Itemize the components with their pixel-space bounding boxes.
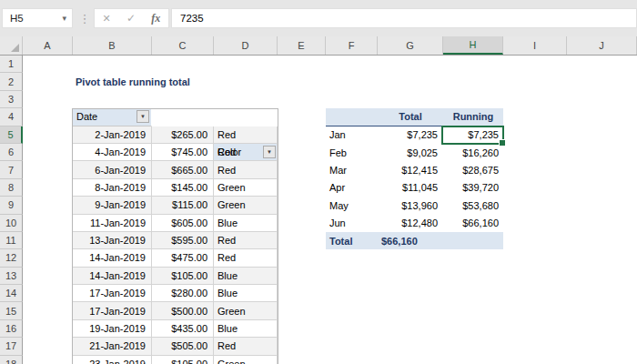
- table-cell-sales[interactable]: $280.00: [152, 285, 214, 302]
- table-cell-date[interactable]: 21-Jan-2019: [73, 338, 152, 355]
- table-cell-sales[interactable]: $115.00: [152, 197, 214, 214]
- table-cell-date[interactable]: 19-Jan-2019: [73, 320, 152, 338]
- row-header-17[interactable]: 17: [0, 338, 23, 355]
- pivot-running-value[interactable]: $16,260: [443, 144, 503, 161]
- enter-icon[interactable]: ✓: [126, 12, 136, 25]
- table-cell-sales[interactable]: $145.00: [152, 179, 214, 197]
- table-cell-color[interactable]: Red: [214, 161, 278, 178]
- pivot-total-value[interactable]: $7,235: [378, 126, 443, 144]
- row-header-6[interactable]: 6: [0, 144, 23, 161]
- pivot-grand-total-blank[interactable]: [443, 232, 503, 249]
- table-cell-color[interactable]: Red: [214, 232, 278, 249]
- row-header-1[interactable]: 1: [0, 56, 23, 73]
- table-cell-date[interactable]: 11-Jan-2019: [73, 215, 152, 232]
- pivot-running-value[interactable]: $39,720: [443, 179, 503, 197]
- table-cell-sales[interactable]: $505.00: [152, 338, 214, 355]
- table-cell-sales[interactable]: $265.00: [152, 126, 214, 144]
- table-cell-date[interactable]: 14-Jan-2019: [73, 268, 152, 285]
- pivot-running-value-selected-cell[interactable]: $7,235: [443, 126, 503, 144]
- insert-function-icon[interactable]: fx: [151, 12, 160, 25]
- table-cell-color[interactable]: Blue: [214, 215, 278, 232]
- table-cell-sales[interactable]: $745.00: [152, 144, 214, 161]
- pivot-row-label[interactable]: May: [326, 197, 378, 214]
- column-header-j[interactable]: J: [567, 36, 637, 55]
- pivot-row-label[interactable]: Jan: [326, 126, 378, 144]
- pivot-row-label[interactable]: Apr: [326, 179, 378, 197]
- row-header-13[interactable]: 13: [0, 268, 23, 285]
- column-header-h-selected[interactable]: H: [443, 36, 503, 55]
- pivot-total-value[interactable]: $9,025: [378, 144, 443, 161]
- table-cell-color[interactable]: Red: [214, 338, 278, 355]
- column-header-a[interactable]: A: [23, 36, 73, 55]
- cancel-icon[interactable]: ✕: [103, 13, 111, 25]
- table-cell-date[interactable]: 13-Jan-2019: [73, 232, 152, 249]
- pivot-total-value[interactable]: $12,415: [378, 161, 443, 178]
- table-cell-sales[interactable]: $435.00: [152, 320, 214, 338]
- table-cell-date[interactable]: 17-Jan-2019: [73, 302, 152, 319]
- row-header-5-selected[interactable]: 5: [0, 126, 23, 144]
- row-header-15[interactable]: 15: [0, 302, 23, 319]
- row-header-16[interactable]: 16: [0, 320, 23, 338]
- table-cell-sales[interactable]: $105.00: [152, 356, 214, 364]
- table-cell-color[interactable]: Red: [214, 144, 278, 161]
- table-cell-date[interactable]: 23-Jan-2019: [73, 356, 152, 364]
- table-cell-date[interactable]: 14-Jan-2019: [73, 249, 152, 267]
- table-cell-sales[interactable]: $595.00: [152, 232, 214, 249]
- pivot-running-value[interactable]: $28,675: [443, 161, 503, 178]
- row-header-14[interactable]: 14: [0, 285, 23, 302]
- table-cell-date[interactable]: 8-Jan-2019: [73, 179, 152, 197]
- table-cell-date[interactable]: 17-Jan-2019: [73, 285, 152, 302]
- row-header-11[interactable]: 11: [0, 232, 23, 249]
- pivot-total-value[interactable]: $11,045: [378, 179, 443, 197]
- column-header-c[interactable]: C: [152, 36, 214, 55]
- formula-bar-resize-handle-icon[interactable]: ⋮: [78, 8, 91, 28]
- table-cell-color[interactable]: Red: [214, 126, 278, 144]
- formula-input[interactable]: 7235: [171, 8, 637, 28]
- row-header-7[interactable]: 7: [0, 161, 23, 178]
- row-header-18[interactable]: 18: [0, 356, 23, 364]
- table-cell-color[interactable]: Blue: [214, 285, 278, 302]
- pivot-row-label[interactable]: Feb: [326, 144, 378, 161]
- table-cell-sales[interactable]: $475.00: [152, 249, 214, 267]
- select-all-corner[interactable]: [0, 36, 23, 55]
- row-header-4[interactable]: 4: [0, 108, 23, 126]
- row-header-8[interactable]: 8: [0, 179, 23, 197]
- column-header-i[interactable]: I: [503, 36, 567, 55]
- table-cell-date[interactable]: 9-Jan-2019: [73, 197, 152, 214]
- table-cell-date[interactable]: 2-Jan-2019: [73, 126, 152, 144]
- column-header-d[interactable]: D: [214, 36, 278, 55]
- table-cell-sales[interactable]: $605.00: [152, 215, 214, 232]
- table-cell-color[interactable]: Blue: [214, 268, 278, 285]
- row-header-2[interactable]: 2: [0, 73, 23, 90]
- table-cell-color[interactable]: Blue: [214, 320, 278, 338]
- table-cell-color[interactable]: Red: [214, 249, 278, 267]
- table-cell-color[interactable]: Green: [214, 197, 278, 214]
- row-header-9[interactable]: 9: [0, 197, 23, 214]
- pivot-total-value[interactable]: $13,960: [378, 197, 443, 214]
- row-header-12[interactable]: 12: [0, 249, 23, 267]
- pivot-total-value[interactable]: $12,480: [378, 215, 443, 232]
- table-header-date[interactable]: Date ▼: [73, 108, 152, 126]
- table-cell-sales[interactable]: $500.00: [152, 302, 214, 319]
- table-cell-date[interactable]: 4-Jan-2019: [73, 144, 152, 161]
- pivot-header-blank[interactable]: [326, 108, 378, 126]
- table-cell-sales[interactable]: $105.00: [152, 268, 214, 285]
- pivot-grand-total-value[interactable]: $66,160: [378, 232, 443, 249]
- pivot-row-label[interactable]: Mar: [326, 161, 378, 178]
- table-cell-color[interactable]: Green: [214, 302, 278, 319]
- name-box-dropdown-icon[interactable]: ▾: [62, 14, 72, 23]
- column-header-f[interactable]: F: [326, 36, 378, 55]
- name-box[interactable]: H5 ▾: [2, 8, 73, 28]
- table-cell-sales[interactable]: $665.00: [152, 161, 214, 178]
- column-header-g[interactable]: G: [378, 36, 443, 55]
- pivot-header-running[interactable]: Running: [443, 108, 503, 126]
- pivot-running-value[interactable]: $66,160: [443, 215, 503, 232]
- pivot-running-value[interactable]: $53,680: [443, 197, 503, 214]
- column-header-e[interactable]: E: [278, 36, 326, 55]
- row-header-10[interactable]: 10: [0, 215, 23, 232]
- pivot-grand-total-label[interactable]: Total: [326, 232, 378, 249]
- table-cell-date[interactable]: 6-Jan-2019: [73, 161, 152, 178]
- pivot-header-total[interactable]: Total: [378, 108, 443, 126]
- table-cell-color[interactable]: Green: [214, 356, 278, 364]
- pivot-row-label[interactable]: Jun: [326, 215, 378, 232]
